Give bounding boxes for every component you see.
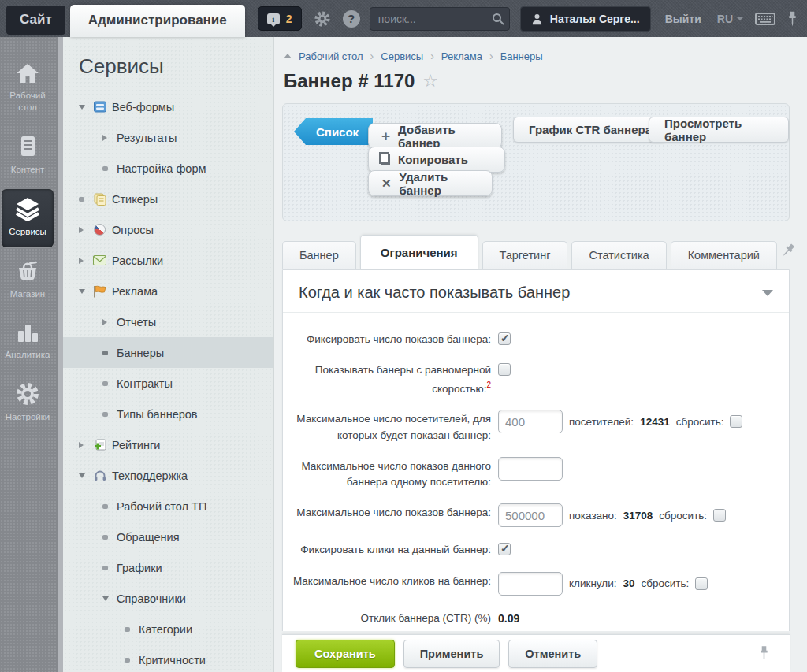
toolbar-box: Список + Добавить баннер Копировать ✕ Уд… bbox=[282, 103, 790, 221]
chevron-down-icon[interactable] bbox=[79, 473, 93, 478]
collapse-arrow-icon[interactable] bbox=[762, 290, 773, 296]
menu-title: Сервисы bbox=[79, 54, 273, 79]
menu-item-label: Настройка форм bbox=[117, 162, 206, 175]
delete-banner-button[interactable]: ✕ Удалить баннер bbox=[368, 170, 493, 196]
menu-item-support-desktop[interactable]: Рабочий стол ТП bbox=[63, 491, 273, 522]
field-label: Фиксировать клики на данный баннер: bbox=[292, 540, 491, 558]
menu-item-schedules[interactable]: Графики bbox=[63, 552, 273, 583]
chevron-down-icon bbox=[737, 17, 743, 20]
sidebar-item-label: Рабочий стол bbox=[3, 90, 52, 113]
search-box bbox=[370, 7, 510, 31]
menu-item-results[interactable]: Результаты bbox=[63, 122, 273, 153]
collapse-up-icon[interactable] bbox=[284, 54, 292, 58]
favorite-star-icon[interactable]: ☆ bbox=[422, 72, 438, 90]
menu-item-label: Рейтинги bbox=[112, 439, 160, 451]
topbar: Сайт Администрирование i 2 ? Наталья Сер… bbox=[0, 0, 807, 37]
info-bubble-icon: i bbox=[267, 13, 280, 24]
reset-visitors-checkbox[interactable] bbox=[730, 415, 742, 428]
breadcrumb-link[interactable]: Реклама bbox=[441, 50, 482, 62]
chevron-right-icon[interactable] bbox=[79, 258, 93, 264]
chevron-right-icon[interactable] bbox=[79, 442, 93, 448]
sidebar-item-services[interactable]: Сервисы bbox=[2, 189, 54, 247]
search-input[interactable] bbox=[370, 7, 510, 31]
sidebar-scrollbar[interactable] bbox=[58, 37, 63, 672]
tab-restrictions[interactable]: Ограничения bbox=[360, 235, 478, 269]
site-tab[interactable]: Сайт bbox=[6, 6, 65, 35]
tab-statistics[interactable]: Статистика bbox=[571, 241, 666, 269]
menu-item-contracts[interactable]: Контракты bbox=[63, 368, 273, 399]
max-clicks-input[interactable] bbox=[498, 572, 563, 596]
keyboard-icon[interactable] bbox=[755, 11, 775, 27]
breadcrumb-link[interactable]: Рабочий стол bbox=[299, 50, 363, 62]
gear-icon[interactable] bbox=[314, 10, 331, 28]
plus-icon: + bbox=[381, 128, 390, 143]
chevron-right-icon[interactable] bbox=[102, 319, 117, 325]
sidebar-item-content[interactable]: Контент bbox=[2, 127, 54, 185]
max-visitors-input[interactable] bbox=[498, 410, 563, 433]
max-shows-per-visitor-input[interactable] bbox=[498, 457, 563, 481]
menu-item-banners[interactable]: Баннеры bbox=[63, 337, 273, 368]
pin-icon[interactable] bbox=[781, 243, 795, 262]
tab-targeting[interactable]: Таргетинг bbox=[482, 241, 568, 269]
breadcrumb-link[interactable]: Сервисы bbox=[381, 50, 423, 62]
menu-item-support[interactable]: Техподдержка bbox=[63, 460, 273, 491]
form-row: Максимальное число показов баннера: пока… bbox=[292, 503, 789, 527]
notifications-button[interactable]: i 2 bbox=[258, 6, 302, 31]
menu-item-newsletters[interactable]: Рассылки bbox=[63, 245, 273, 276]
menu-item-banner-types[interactable]: Типы баннеров bbox=[63, 399, 273, 429]
sidebar-item-analytics[interactable]: Аналитика bbox=[2, 314, 54, 370]
copy-button[interactable]: Копировать bbox=[368, 147, 505, 173]
menu-item-label: Результаты bbox=[117, 132, 177, 144]
footnote-marker: 2 bbox=[486, 381, 491, 389]
tab-comment[interactable]: Комментарий bbox=[671, 241, 777, 269]
save-button[interactable]: Сохранить bbox=[296, 640, 395, 668]
menu-item-stickers[interactable]: Стикеры bbox=[63, 184, 273, 214]
form-row: Показывать банеры с равномерной скорость… bbox=[292, 361, 789, 396]
chevron-down-icon[interactable] bbox=[102, 596, 117, 601]
breadcrumb-link[interactable]: Баннеры bbox=[500, 50, 543, 62]
help-icon[interactable]: ? bbox=[343, 10, 360, 28]
pin-icon[interactable] bbox=[759, 645, 769, 665]
view-banner-button[interactable]: Просмотреть баннер bbox=[649, 117, 789, 143]
page-title: Баннер # 1170 bbox=[284, 70, 415, 92]
language-selector[interactable]: RU bbox=[717, 13, 743, 25]
menu-item-criticality[interactable]: Критичности bbox=[63, 644, 273, 672]
form-panel: Когда и как часто показывать баннер Фикс… bbox=[282, 269, 790, 631]
max-shows-input[interactable] bbox=[498, 503, 563, 527]
add-banner-button[interactable]: + Добавить баннер bbox=[368, 123, 502, 149]
section-header[interactable]: Когда и как часто показывать баннер bbox=[283, 270, 789, 313]
menu-item-tickets[interactable]: Обращения bbox=[63, 522, 273, 552]
chevron-down-icon[interactable] bbox=[79, 289, 93, 294]
menu-item-form-settings[interactable]: Настройка форм bbox=[63, 153, 273, 184]
menu-item-web-forms[interactable]: Веб-формы bbox=[63, 91, 273, 122]
list-button[interactable]: Список bbox=[294, 118, 373, 145]
menu-item-categories[interactable]: Категории bbox=[63, 614, 273, 644]
sidebar-item-settings[interactable]: Настройки bbox=[2, 374, 54, 433]
pin-icon[interactable] bbox=[787, 10, 798, 28]
menu-item-advertising[interactable]: Реклама bbox=[63, 276, 273, 306]
chevron-right-icon[interactable] bbox=[79, 227, 93, 233]
fix-shows-checkbox[interactable] bbox=[498, 332, 511, 345]
menu-item-polls[interactable]: Опросы bbox=[63, 214, 273, 245]
fix-clicks-checkbox[interactable] bbox=[498, 543, 511, 555]
search-icon[interactable] bbox=[492, 13, 504, 28]
reset-shows-checkbox[interactable] bbox=[713, 509, 726, 522]
tab-banner[interactable]: Баннер bbox=[282, 241, 356, 269]
even-speed-checkbox[interactable] bbox=[498, 363, 511, 376]
menu-item-ratings[interactable]: Рейтинги bbox=[63, 429, 273, 460]
sidebar-item-desktop[interactable]: Рабочий стол bbox=[2, 54, 54, 123]
menu-item-dictionaries[interactable]: Справочники bbox=[63, 583, 273, 614]
reset-clicks-checkbox[interactable] bbox=[695, 577, 708, 590]
chevron-right-icon[interactable] bbox=[102, 135, 117, 141]
chevron-down-icon[interactable] bbox=[79, 105, 93, 110]
apply-button[interactable]: Применить bbox=[404, 640, 500, 668]
clicked-counter-label: кликнули: bbox=[569, 577, 616, 589]
cancel-button[interactable]: Отменить bbox=[508, 640, 597, 668]
user-menu-button[interactable]: Наталья Серге... bbox=[520, 6, 651, 32]
menu-item-reports[interactable]: Отчеты bbox=[63, 306, 273, 337]
sidebar-item-store[interactable]: Магазин bbox=[2, 251, 54, 310]
admin-tab[interactable]: Администрирование bbox=[70, 5, 245, 37]
ctr-chart-button[interactable]: График CTR баннера bbox=[513, 117, 668, 143]
logout-link[interactable]: Выйти bbox=[665, 13, 701, 25]
form-row: Отклик баннера (CTR) (%) 0.09 bbox=[292, 609, 789, 626]
